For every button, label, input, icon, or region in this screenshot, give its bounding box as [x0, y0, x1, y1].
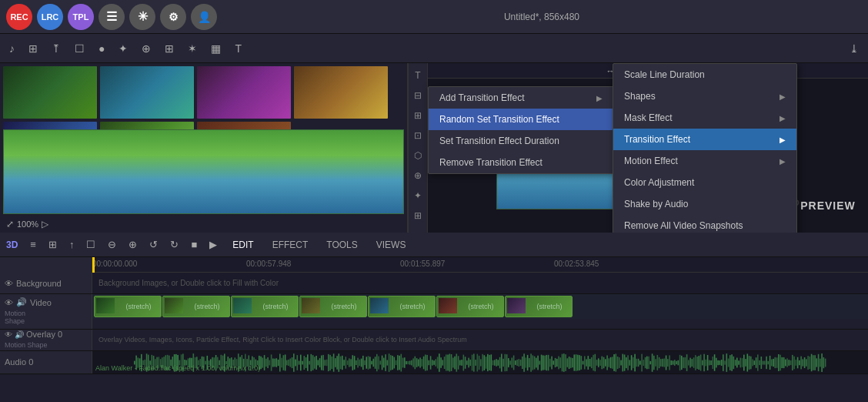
menu-color-adjustment[interactable]: Color Adjustment: [613, 172, 796, 193]
overlay-speaker-icon[interactable]: 🔊: [15, 330, 24, 339]
svg-rect-383: [797, 357, 799, 368]
menu-mask-effect[interactable]: Mask Effect ▶: [613, 107, 796, 129]
svg-rect-335: [714, 354, 716, 371]
frame-icon[interactable]: ☐: [72, 41, 88, 56]
video-speaker-icon[interactable]: 🔊: [16, 297, 27, 307]
svg-rect-358: [754, 360, 756, 365]
thumbnail-2[interactable]: [100, 66, 194, 119]
video-clip-2[interactable]: (stretch): [162, 296, 230, 317]
track-audio-content[interactable]: Alan Walker - Faded.flac (speed x 1.00, …: [92, 351, 868, 374]
overlay-eye-icon[interactable]: 👁: [5, 330, 12, 339]
menu-shapes[interactable]: Shapes ▶: [613, 85, 796, 107]
sticker-icon[interactable]: ●: [95, 41, 108, 56]
text-tool-icon[interactable]: T: [413, 68, 422, 83]
thumbnail-3[interactable]: [197, 66, 291, 119]
star2-icon[interactable]: ✶: [185, 41, 200, 56]
svg-rect-292: [639, 360, 641, 364]
video-clip-4[interactable]: (stretch): [299, 296, 367, 317]
svg-rect-116: [335, 358, 336, 367]
video-eye-icon[interactable]: 👁: [5, 298, 13, 307]
menu-add-transition[interactable]: Add Transition Effect ▶: [429, 87, 613, 109]
thumbnail-1[interactable]: [3, 66, 97, 119]
lrc-button[interactable]: LRC: [37, 4, 63, 30]
tl-up-icon[interactable]: ↑: [66, 237, 78, 252]
list-button[interactable]: ☰: [98, 4, 125, 30]
video-clip-1[interactable]: (stretch): [94, 296, 162, 317]
track-background-content[interactable]: Background Images, or Double click to Fi…: [92, 273, 868, 293]
layer-icon[interactable]: ⊕: [412, 168, 423, 183]
export-icon[interactable]: ⤓: [846, 41, 862, 56]
playhead[interactable]: [92, 257, 95, 273]
svg-rect-178: [442, 360, 444, 365]
import-icon[interactable]: ⤒: [48, 41, 64, 56]
zoom-expand-icon[interactable]: ⤢: [6, 219, 14, 229]
sparkle-icon[interactable]: ✦: [412, 188, 423, 203]
svg-rect-223: [520, 360, 522, 366]
person-button[interactable]: 👤: [191, 4, 217, 30]
svg-rect-189: [461, 360, 462, 366]
thumbnail-4[interactable]: [294, 66, 388, 119]
tl-undo-icon[interactable]: ↺: [146, 237, 161, 252]
clip-label-6: (stretch): [468, 303, 493, 310]
video-clip-5[interactable]: (stretch): [368, 296, 436, 317]
frame2-icon[interactable]: ⊞: [412, 208, 423, 223]
svg-rect-395: [818, 354, 820, 371]
video-clip-3[interactable]: (stretch): [231, 296, 299, 317]
menu-scale-line[interactable]: Scale Line Duration: [613, 64, 796, 85]
menu-random-transition[interactable]: Random Set Transition Effect: [429, 109, 613, 130]
figure-button[interactable]: ⚙: [160, 4, 186, 30]
music-icon[interactable]: ♪: [6, 41, 18, 56]
tl-zoom-in-icon[interactable]: ⊕: [125, 237, 140, 252]
tpl-button[interactable]: TPL: [68, 4, 94, 30]
menu-transition-effect[interactable]: Transition Effect ▶: [613, 129, 796, 150]
effects-button[interactable]: ✳: [129, 4, 155, 30]
svg-rect-231: [534, 356, 536, 369]
svg-rect-265: [593, 355, 594, 371]
menu-remove-transition[interactable]: Remove Transition Effect: [429, 152, 613, 173]
bg-eye-icon[interactable]: 👁: [5, 279, 13, 288]
tl-stop-icon[interactable]: ■: [188, 237, 200, 252]
bars-icon[interactable]: ▦: [208, 41, 224, 56]
text-icon[interactable]: T: [232, 41, 245, 56]
svg-rect-150: [394, 357, 396, 368]
color-icon[interactable]: ⬡: [412, 148, 423, 163]
track-icon[interactable]: ⊞: [162, 41, 177, 56]
tl-play-icon[interactable]: ▶: [206, 237, 220, 252]
multi-icon[interactable]: ⊕: [139, 41, 154, 56]
crop-icon[interactable]: ⊞: [412, 108, 423, 123]
menu-set-duration[interactable]: Set Transition Effect Duration: [429, 130, 613, 152]
track-audio-row: Audio 0 Alan Walker - Faded.flac (speed …: [0, 351, 868, 374]
tab-views[interactable]: VIEWS: [370, 238, 412, 252]
menu-shake-audio[interactable]: Shake by Audio: [613, 193, 796, 215]
svg-rect-246: [560, 357, 562, 368]
video-clip-6[interactable]: (stretch): [436, 296, 504, 317]
tl-redo-icon[interactable]: ↻: [167, 237, 182, 252]
grid-icon[interactable]: ⊞: [25, 41, 41, 56]
clip-label-1: (stretch): [125, 303, 151, 310]
tl-rows-icon[interactable]: ≡: [27, 237, 39, 252]
rec-button[interactable]: REC: [6, 4, 32, 30]
effects-icon[interactable]: ✦: [115, 41, 131, 56]
clip-thumb-3: [233, 298, 252, 313]
zoom-play-icon[interactable]: ▷: [42, 219, 48, 229]
menu-remove-snapshots[interactable]: Remove All Video Snapshots: [613, 215, 796, 233]
menu-motion-effect[interactable]: Motion Effect ▶: [613, 150, 796, 172]
tl-grid-icon[interactable]: ⊞: [45, 237, 60, 252]
svg-rect-211: [499, 357, 501, 369]
ruler-mark-2: 00:01:55.897: [400, 260, 445, 268]
svg-rect-78: [269, 360, 271, 365]
tl-zoom-out-icon[interactable]: ⊖: [105, 237, 119, 252]
tab-tools[interactable]: TOOLS: [320, 238, 363, 252]
tab-effect[interactable]: EFFECT: [266, 238, 315, 252]
svg-rect-179: [444, 357, 446, 369]
video-clip-7[interactable]: (stretch): [505, 296, 573, 317]
svg-rect-106: [318, 360, 319, 365]
filter-icon[interactable]: ⊡: [412, 128, 423, 143]
split-icon[interactable]: ⊟: [412, 88, 423, 103]
tab-edit[interactable]: EDIT: [226, 238, 259, 252]
svg-rect-180: [446, 354, 447, 370]
track-overlay-content[interactable]: Overlay Videos, Images, Icons, Particle …: [92, 330, 868, 350]
svg-rect-249: [565, 354, 566, 371]
track-video-content[interactable]: (stretch) (stretch) (stretch) (stretch): [92, 294, 868, 319]
tl-frame-icon[interactable]: ☐: [83, 237, 98, 252]
